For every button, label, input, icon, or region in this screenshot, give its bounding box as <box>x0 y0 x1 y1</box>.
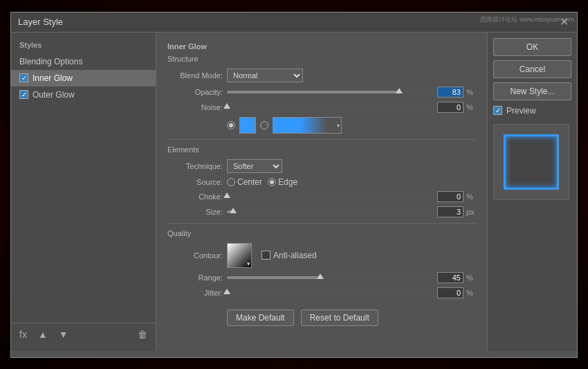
noise-slider-track[interactable] <box>227 106 434 109</box>
opacity-slider-track[interactable] <box>227 91 434 93</box>
make-default-button[interactable]: Make Default <box>227 309 294 326</box>
fx-button[interactable]: fx <box>17 327 30 341</box>
source-center-option[interactable]: Center <box>227 177 262 187</box>
color-solid-radio[interactable] <box>227 121 235 129</box>
blend-mode-label: Blend Mode: <box>167 71 223 80</box>
choke-unit: % <box>466 192 476 201</box>
range-unit: % <box>466 273 476 282</box>
source-edge-label: Edge <box>278 177 297 187</box>
contour-label: Contour: <box>167 251 223 260</box>
opacity-slider-thumb[interactable] <box>396 88 403 93</box>
size-slider-container: 3 px <box>227 206 476 217</box>
range-slider-container: 45 % <box>227 272 476 283</box>
choke-slider-thumb[interactable] <box>223 192 230 198</box>
delete-button[interactable]: 🗑 <box>135 327 150 341</box>
opacity-row: Opacity: 83 % <box>167 87 476 98</box>
noise-slider-thumb[interactable] <box>223 103 230 109</box>
sidebar-item-inner-glow[interactable]: Inner Glow <box>11 70 156 87</box>
antialias-label: Anti-aliased <box>273 251 317 260</box>
size-input[interactable]: 3 <box>437 206 463 217</box>
dialog-body: Styles Blending Options Inner Glow Outer… <box>11 33 577 351</box>
size-slider-thumb[interactable] <box>230 208 237 213</box>
divider-elements <box>167 139 476 140</box>
source-label: Source: <box>167 178 223 186</box>
watermark: 思路设计论坛 www.missyuan.com <box>480 15 574 24</box>
sidebar: Styles Blending Options Inner Glow Outer… <box>11 33 156 351</box>
technique-row: Technique: Softer <box>167 159 476 173</box>
choke-label: Choke: <box>167 192 223 201</box>
subsection-structure: Structure <box>167 55 476 63</box>
sidebar-item-blending-options[interactable]: Blending Options <box>11 53 156 70</box>
jitter-slider-track[interactable] <box>227 291 434 294</box>
outer-glow-label: Outer Glow <box>33 90 75 100</box>
opacity-slider-container: 83 % <box>227 87 476 98</box>
bottom-buttons: Make Default Reset to Default <box>227 309 476 326</box>
contour-thumbnail[interactable] <box>227 243 252 268</box>
blending-options-label: Blending Options <box>19 57 82 66</box>
preview-row: Preview <box>493 105 571 117</box>
elements-title: Elements <box>167 145 476 154</box>
new-style-button[interactable]: New Style... <box>493 82 571 100</box>
quality-title: Quality <box>167 229 476 237</box>
antialias-checkbox[interactable] <box>261 251 270 260</box>
source-center-label: Center <box>237 177 262 187</box>
size-slider-track[interactable] <box>227 210 434 213</box>
source-edge-option[interactable]: Edge <box>268 177 297 187</box>
color-gradient-radio[interactable] <box>260 121 268 129</box>
preview-canvas <box>493 124 569 200</box>
jitter-row: Jitter: 0 % <box>167 287 476 298</box>
size-row: Size: 3 px <box>167 206 476 217</box>
source-row: Source: Center Edge <box>167 177 476 187</box>
gradient-swatch[interactable]: ▾ <box>273 117 342 134</box>
range-input[interactable]: 45 <box>437 272 463 283</box>
jitter-slider-thumb[interactable] <box>223 289 230 294</box>
antialias-row: Anti-aliased <box>261 251 317 260</box>
choke-input[interactable]: 0 <box>437 191 463 202</box>
choke-slider-container: 0 % <box>227 191 476 202</box>
range-slider-track[interactable] <box>227 276 434 279</box>
move-down-button[interactable]: ▼ <box>56 327 71 341</box>
blend-mode-select[interactable]: Normal <box>227 69 303 82</box>
sidebar-item-outer-glow[interactable]: Outer Glow <box>11 87 156 103</box>
styles-label: Styles <box>11 38 156 53</box>
dialog-title: Layer Style <box>18 17 63 27</box>
range-label: Range: <box>167 273 223 282</box>
ok-button[interactable]: OK <box>493 38 571 56</box>
technique-select[interactable]: Softer <box>227 159 282 173</box>
outer-glow-checkbox[interactable] <box>19 90 28 99</box>
technique-label: Technique: <box>167 162 223 170</box>
range-slider-thumb[interactable] <box>317 273 324 279</box>
choke-slider-track[interactable] <box>227 195 434 198</box>
blend-mode-row: Blend Mode: Normal <box>167 69 476 82</box>
jitter-slider-container: 0 % <box>227 287 476 298</box>
source-edge-radio[interactable] <box>268 178 276 186</box>
size-label: Size: <box>167 208 223 216</box>
jitter-unit: % <box>466 289 476 297</box>
opacity-label: Opacity: <box>167 88 223 96</box>
contour-row: Contour: Anti-aliased <box>167 243 476 268</box>
inner-glow-label: Inner Glow <box>33 73 73 83</box>
move-up-button[interactable]: ▲ <box>35 327 50 341</box>
noise-input[interactable]: 0 <box>437 102 463 113</box>
noise-unit: % <box>466 103 476 111</box>
color-row: ▾ <box>227 117 476 134</box>
right-panel: OK Cancel New Style... Preview <box>487 33 577 351</box>
preview-checkbox[interactable] <box>493 106 502 115</box>
noise-label: Noise: <box>167 103 223 111</box>
reset-default-button[interactable]: Reset to Default <box>301 309 378 326</box>
noise-row: Noise: 0 % <box>167 102 476 113</box>
main-content: Inner Glow Structure Blend Mode: Normal … <box>156 33 487 351</box>
jitter-label: Jitter: <box>167 289 223 297</box>
cancel-button[interactable]: Cancel <box>493 60 571 78</box>
opacity-input[interactable]: 83 <box>437 87 463 98</box>
opacity-unit: % <box>466 88 476 96</box>
source-options: Center Edge <box>227 177 297 187</box>
preview-label: Preview <box>506 106 536 116</box>
layer-style-dialog: 思路设计论坛 www.missyuan.com Layer Style ✕ St… <box>10 12 578 358</box>
size-unit: px <box>466 208 476 216</box>
jitter-input[interactable]: 0 <box>437 287 463 298</box>
color-swatch[interactable] <box>239 117 256 134</box>
divider-quality <box>167 223 476 224</box>
source-center-radio[interactable] <box>227 178 235 186</box>
inner-glow-checkbox[interactable] <box>19 73 28 82</box>
